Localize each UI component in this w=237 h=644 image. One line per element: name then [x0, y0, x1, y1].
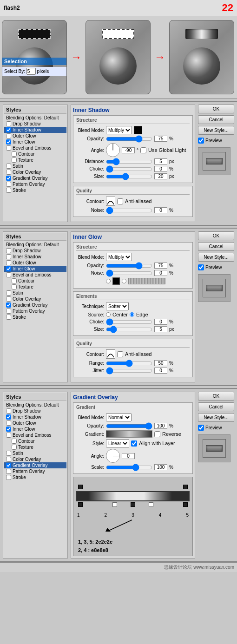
style-contour-2[interactable]: Contour	[4, 278, 66, 284]
opacity-value-3[interactable]	[154, 423, 167, 429]
contour-preview-1[interactable]	[106, 197, 115, 206]
source-edge-radio[interactable]	[130, 312, 134, 317]
style-blending-2[interactable]: Blending Options: Default	[4, 242, 66, 248]
choke-value-1[interactable]	[154, 166, 167, 172]
ok-button-1[interactable]: OK	[198, 105, 234, 113]
angle-input-3[interactable]	[122, 453, 135, 459]
style-pattern-overlay-2[interactable]: Pattern Overlay	[4, 308, 66, 314]
choke-slider-1[interactable]	[106, 167, 152, 171]
noise-value-1[interactable]	[154, 207, 167, 213]
glow-black-swatch[interactable]	[112, 277, 120, 285]
stop-bottom-3[interactable]	[131, 502, 135, 507]
style-bevel-emboss-2[interactable]: Bevel and Emboss	[4, 272, 66, 278]
range-value[interactable]	[154, 360, 167, 366]
ok-button-2[interactable]: OK	[198, 231, 234, 240]
cancel-button-3[interactable]: Cancel	[198, 402, 234, 411]
style-contour-3[interactable]: Contour	[4, 438, 66, 444]
preview-check-2[interactable]	[198, 264, 204, 270]
reverse-check[interactable]	[154, 431, 160, 437]
style-inner-shadow-active[interactable]: Inner Shadow	[4, 127, 66, 133]
style-inner-shadow-2[interactable]: Inner Shadow	[4, 254, 66, 260]
style-stroke-2[interactable]: Stroke	[4, 314, 66, 320]
ok-button-3[interactable]: OK	[198, 392, 234, 401]
scale-value[interactable]	[154, 464, 167, 470]
global-light-check-1[interactable]	[140, 147, 146, 153]
style-satin-3[interactable]: Satin	[4, 450, 66, 456]
glow-color-radio-1[interactable]	[106, 279, 111, 283]
glow-gradient-swatch[interactable]	[128, 278, 165, 284]
anti-alias-check-1[interactable]	[117, 198, 123, 204]
stop-top-5[interactable]	[183, 485, 188, 489]
noise-slider-2[interactable]	[106, 271, 152, 276]
noise-value-2[interactable]	[154, 270, 167, 276]
color-swatch-1[interactable]	[134, 126, 142, 134]
style-color-overlay-3[interactable]: Color Overlay	[4, 456, 66, 462]
opacity-value-1[interactable]	[154, 136, 167, 142]
style-inner-glow-active[interactable]: Inner Glow	[4, 266, 66, 272]
choke-value-2[interactable]	[154, 319, 167, 325]
stop-bottom-5[interactable]	[183, 502, 188, 507]
angle-dial-1[interactable]	[106, 143, 120, 157]
opacity-value-2[interactable]	[154, 263, 167, 269]
gradient-bar-visual[interactable]	[76, 491, 190, 501]
style-inner-glow-3[interactable]: Inner Glow	[4, 426, 66, 432]
new-style-button-2[interactable]: New Style...	[198, 253, 234, 262]
style-pattern-overlay-1[interactable]: Pattern Overlay	[4, 181, 66, 187]
new-style-button-3[interactable]: New Style...	[198, 413, 234, 422]
size-slider-1[interactable]	[106, 174, 152, 179]
style-drop-shadow[interactable]: Drop Shadow	[4, 121, 66, 127]
style-stroke-3[interactable]: Stroke	[4, 474, 66, 480]
style-drop-shadow-3[interactable]: Drop Shadow	[4, 408, 66, 414]
contour-preview-2[interactable]	[106, 349, 115, 359]
style-texture-1[interactable]: Texture	[4, 157, 66, 163]
range-slider[interactable]	[106, 361, 152, 366]
angle-dial-3[interactable]	[106, 449, 120, 463]
style-bevel-emboss-1[interactable]: Bevel and Emboss	[4, 145, 66, 151]
style-pattern-overlay-3[interactable]: Pattern Overlay	[4, 468, 66, 474]
style-outer-glow[interactable]: Outer Glow	[4, 133, 66, 139]
style-bevel-emboss-3[interactable]: Bevel and Emboss	[4, 432, 66, 438]
cancel-button-2[interactable]: Cancel	[198, 242, 234, 251]
cancel-button-1[interactable]: Cancel	[198, 115, 234, 124]
jitter-value[interactable]	[154, 368, 167, 374]
distance-slider-1[interactable]	[106, 159, 152, 164]
gradient-swatch-3[interactable]	[106, 430, 152, 438]
style-satin-1[interactable]: Satin	[4, 163, 66, 169]
anti-alias-check-2[interactable]	[117, 351, 123, 357]
style-outer-glow-3[interactable]: Outer Glow	[4, 420, 66, 426]
blend-mode-select-3[interactable]: Normal	[106, 413, 132, 421]
size-slider-2[interactable]	[106, 327, 152, 332]
stop-bottom-4[interactable]	[149, 502, 153, 507]
style-select[interactable]: Linear	[106, 439, 129, 447]
style-blending-3[interactable]: Blending Options: Default	[4, 402, 66, 408]
preview-check-1[interactable]	[198, 138, 204, 144]
stop-bottom-1[interactable]	[78, 502, 83, 507]
style-color-overlay-2[interactable]: Color Overlay	[4, 296, 66, 302]
style-gradient-overlay-1[interactable]: Gradient Overlay	[4, 175, 66, 181]
size-value-1[interactable]	[154, 173, 167, 179]
choke-slider-2[interactable]	[106, 320, 152, 324]
blend-mode-select-1[interactable]: Multiply	[106, 126, 132, 134]
style-inner-shadow-3[interactable]: Inner Shadow	[4, 414, 66, 420]
opacity-slider-3[interactable]	[106, 424, 152, 428]
style-texture-2[interactable]: Texture	[4, 284, 66, 290]
noise-slider-1[interactable]	[106, 208, 152, 213]
opacity-slider-1[interactable]	[106, 137, 152, 141]
style-texture-3[interactable]: Texture	[4, 444, 66, 450]
style-outer-glow-2[interactable]: Outer Glow	[4, 260, 66, 266]
blend-mode-select-2[interactable]: Multiply	[106, 253, 132, 261]
style-stroke-1[interactable]: Stroke	[4, 187, 66, 193]
technique-select[interactable]: Softer	[106, 302, 129, 310]
stop-top-1[interactable]	[78, 485, 83, 489]
source-center-radio[interactable]	[106, 312, 111, 317]
glow-color-radio-2[interactable]	[122, 279, 126, 283]
style-color-overlay-1[interactable]: Color Overlay	[4, 169, 66, 175]
style-satin-2[interactable]: Satin	[4, 290, 66, 296]
style-blending[interactable]: Blending Options: Default	[4, 115, 66, 121]
align-layer-check[interactable]	[131, 440, 137, 447]
size-value-2[interactable]	[154, 326, 167, 332]
distance-value-1[interactable]	[154, 158, 167, 164]
stop-bottom-2[interactable]	[112, 502, 117, 507]
style-inner-glow-1[interactable]: Inner Glow	[4, 139, 66, 145]
scale-slider[interactable]	[106, 465, 152, 470]
